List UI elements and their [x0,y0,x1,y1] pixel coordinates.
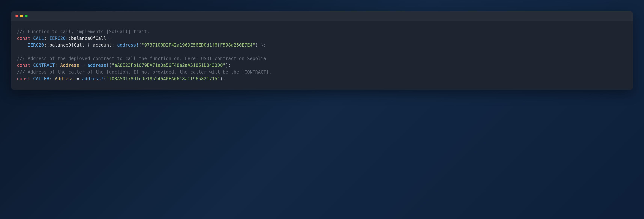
close-icon[interactable] [15,14,18,17]
ident-token: balanceOfCall [71,36,106,41]
paren-token: ( [139,42,141,48]
type-token: IERC20 [49,36,66,41]
type-token: IERC20 [28,42,44,48]
colon-token: : [55,63,57,68]
comment-token: /// Function to call, implements [SolCal… [17,29,150,34]
type-token: Address [60,63,79,68]
paren-token: ( [109,63,112,68]
code-line: IERC20::balanceOfCall { account: address… [17,42,627,48]
op-token: = [79,63,87,68]
code-line: const CALL: IERC20::balanceOfCall = [17,35,627,42]
colon-token: : [112,42,114,48]
keyword-token: const [17,76,30,81]
code-line: const CALLER: Address = address!("f08A50… [17,75,627,82]
comment-token: /// Address of the caller of the functio… [17,69,272,75]
string-token: "aA8E23Fb1079EA71e0a56F48a2aA51851D8433D… [112,63,226,68]
string-token: "f08A50178dfcDe18524640EA6618a1f96582171… [106,76,220,81]
paren-token: ( [104,76,106,81]
code-line: /// Address of the deployed contract to … [17,55,627,62]
brace-token: { [84,42,92,48]
indent [17,42,28,48]
field-token: account [93,42,112,48]
string-token: "9737100D2F42a196DE56ED0d1f6fF598a250E7E… [142,42,255,48]
close-token: ) }; [255,42,266,48]
titlebar [11,11,633,21]
code-line: const CONTRACT: Address = address!("aA8E… [17,62,627,69]
code-area[interactable]: /// Function to call, implements [SolCal… [11,21,633,90]
minimize-icon[interactable] [20,14,23,17]
code-line: /// Address of the caller of the functio… [17,69,627,75]
code-line [17,48,627,55]
close-token: ); [220,76,226,81]
keyword-token: const [17,63,30,68]
colon-token: : [44,36,47,41]
ident-token: balanceOfCall [49,42,84,48]
sep-token: :: [66,36,71,41]
colon-token: : [49,76,52,81]
code-line: /// Function to call, implements [SolCal… [17,28,627,35]
ident-token: CALL [33,36,44,41]
macro-token: address! [82,76,104,81]
type-token: Address [55,76,74,81]
keyword-token: const [17,36,30,41]
maximize-icon[interactable] [25,14,28,17]
macro-token: address! [117,42,139,48]
code-window: /// Function to call, implements [SolCal… [11,11,633,90]
ident-token: CALLER [33,76,50,81]
sep-token: :: [44,42,50,48]
op-token: = [106,36,112,41]
comment-token: /// Address of the deployed contract to … [17,56,266,61]
op-token: = [74,76,82,81]
ident-token: CONTRACT [33,63,55,68]
macro-token: address! [87,63,109,68]
close-token: ); [226,63,231,68]
